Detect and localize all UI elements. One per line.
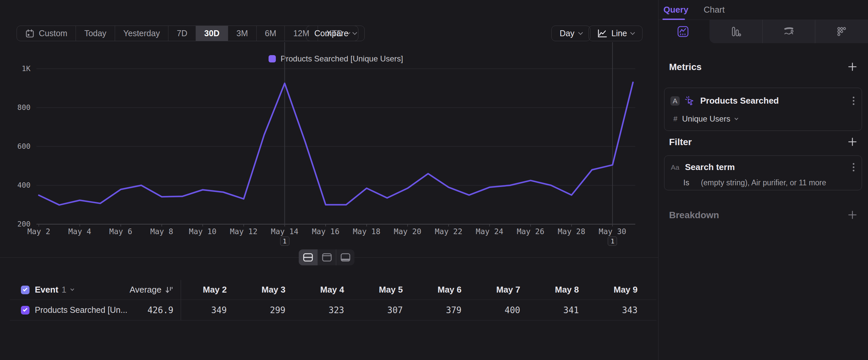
split-half-layout-button[interactable]	[299, 249, 317, 265]
filter-value: (empty string), Air purifier, or 11 more	[701, 178, 826, 187]
average-column-header[interactable]: Average	[130, 285, 161, 295]
x-tick-label: May 10	[181, 227, 224, 236]
x-tick-label: May 28	[550, 227, 593, 236]
add-breakdown-button[interactable]	[847, 209, 858, 221]
line-chart-plot[interactable]	[36, 69, 635, 224]
split-top-icon	[321, 253, 332, 262]
chevron-down-icon[interactable]	[71, 287, 74, 290]
metric-letter-badge: A	[671, 96, 680, 106]
series-line[interactable]	[39, 82, 633, 205]
x-tick-label: May 30	[591, 227, 634, 236]
plus-icon	[847, 209, 858, 221]
kebab-icon[interactable]	[851, 162, 856, 173]
filter-heading: Filter	[669, 137, 692, 147]
bar-tab-icon[interactable]	[730, 26, 741, 37]
row-checkbox[interactable]	[21, 306, 30, 314]
annotation-count-badge[interactable]: 1	[608, 237, 617, 246]
tab-chart[interactable]: Chart	[704, 5, 725, 15]
table-cell-value: 323	[285, 305, 344, 315]
range-7d-button[interactable]: 7D	[168, 26, 196, 41]
table-date-header[interactable]: May 9	[579, 285, 638, 295]
table-date-header[interactable]: May 5	[344, 285, 403, 295]
filter-condition[interactable]: Is (empty string), Air purifier, or 11 m…	[683, 178, 826, 187]
x-tick-label: May 24	[468, 227, 511, 236]
flow-tab-icon[interactable]	[783, 26, 795, 37]
measurement-label: Unique Users	[682, 114, 730, 123]
x-tick-label: May 22	[427, 227, 470, 236]
granularity-button[interactable]: Day	[551, 26, 590, 41]
granularity-label: Day	[560, 29, 574, 38]
text-type-icon: Aa	[671, 163, 680, 171]
chart-legend[interactable]: Products Searched [Unique Users]	[36, 54, 635, 63]
filter-card[interactable]: Aa Search term Is (empty string), Air pu…	[664, 156, 862, 190]
plus-icon	[847, 61, 858, 73]
cursor-click-icon	[684, 95, 695, 106]
x-tick-label: May 6	[99, 227, 142, 236]
compare-button[interactable]: Compare	[306, 26, 365, 41]
table-date-header[interactable]: May 8	[520, 285, 579, 295]
x-axis-labels: May 2May 4May 6May 8May 10May 12May 14Ma…	[36, 227, 635, 237]
x-tick-label: May 2	[17, 227, 60, 236]
x-tick-label: May 14	[263, 227, 306, 236]
tab-query[interactable]: Query	[663, 5, 688, 15]
split-bottom-icon	[340, 253, 351, 262]
select-all-checkbox[interactable]	[21, 286, 30, 294]
y-tick-label: 800	[6, 103, 31, 112]
split-bottom-layout-button[interactable]	[336, 249, 354, 265]
insights-tab-icon[interactable]	[677, 26, 689, 37]
table-cell-value: 299	[227, 305, 285, 315]
chevron-down-icon	[578, 30, 583, 35]
sidebar-tab-strip: Query Chart	[658, 0, 868, 20]
table-cell-value: 349	[181, 305, 227, 315]
compare-label: Compare	[314, 29, 348, 38]
metric-name: Products Searched	[700, 95, 779, 106]
event-count: 1	[62, 285, 66, 295]
range-30d-button[interactable]: 30D	[196, 26, 228, 41]
x-tick-label: May 4	[58, 227, 101, 236]
range-custom-button[interactable]: Custom	[17, 26, 75, 41]
annotation-count-badge[interactable]: 1	[280, 237, 289, 246]
checkbox-check-icon	[23, 307, 27, 311]
table-date-header[interactable]: May 4	[285, 285, 344, 295]
x-tick-label: May 20	[386, 227, 429, 236]
table-date-header[interactable]: May 7	[462, 285, 520, 295]
x-tick-label: May 8	[140, 227, 183, 236]
annotation-badges: 11	[36, 237, 635, 246]
measurement-selector[interactable]: # Unique Users	[673, 114, 738, 123]
metric-card[interactable]: A Products Searched # Unique Users	[664, 88, 862, 131]
insights-report-page: CustomTodayYesterday7D30D3M6M12MXTD Comp…	[0, 0, 868, 360]
calendar-icon	[25, 29, 34, 38]
metrics-heading: Metrics	[669, 62, 702, 73]
add-metric-button[interactable]	[847, 61, 858, 73]
add-filter-button[interactable]	[847, 136, 858, 147]
chevron-down-icon	[630, 30, 635, 35]
range-today-button[interactable]: Today	[75, 26, 115, 41]
range-3m-button[interactable]: 3M	[228, 26, 256, 41]
sort-icon[interactable]	[165, 286, 174, 294]
table-date-header[interactable]: May 3	[227, 285, 285, 295]
chart-type-label: Line	[611, 29, 627, 38]
breakdown-heading: Breakdown	[669, 210, 719, 221]
chart-type-tabs	[658, 20, 868, 43]
event-label: Event	[35, 285, 58, 295]
table-date-header[interactable]: May 2	[181, 285, 227, 295]
row-average-value: 426.9	[148, 305, 174, 315]
table-date-header[interactable]: May 6	[403, 285, 462, 295]
y-tick-label: 1K	[6, 64, 31, 73]
tab-separator	[815, 20, 815, 43]
range-6m-button[interactable]: 6M	[256, 26, 285, 41]
chart-type-button[interactable]: Line	[589, 26, 643, 41]
range-yesterday-button[interactable]: Yesterday	[115, 26, 168, 41]
table-header-left-cell: Event 1 Average	[10, 280, 181, 300]
chevron-down-icon	[734, 116, 738, 120]
kebab-icon[interactable]	[851, 95, 856, 106]
retention-tab-icon[interactable]	[836, 26, 847, 37]
split-top-layout-button[interactable]	[317, 249, 336, 265]
sidebar-divider	[658, 0, 658, 360]
hash-icon: #	[673, 115, 677, 123]
filter-operator: Is	[683, 178, 689, 187]
legend-label: Products Searched [Unique Users]	[280, 54, 403, 63]
split-half-icon	[303, 253, 313, 262]
table-cell-value: 400	[462, 305, 520, 315]
y-tick-label: 600	[6, 142, 31, 150]
